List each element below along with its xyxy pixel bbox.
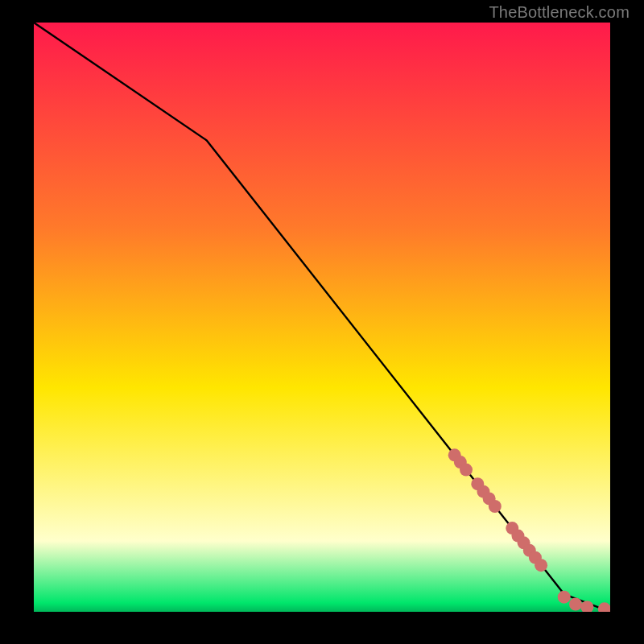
- watermark-text: TheBottleneck.com: [489, 3, 630, 22]
- marker-point: [558, 591, 571, 604]
- chart-svg: [34, 23, 610, 612]
- marker-point: [489, 500, 502, 513]
- marker-point: [569, 597, 582, 610]
- marker-point: [460, 464, 473, 477]
- chart-background: [34, 23, 610, 612]
- chart-plot-area: [34, 23, 610, 612]
- marker-point: [535, 559, 547, 572]
- chart-frame: TheBottleneck.com: [0, 0, 644, 644]
